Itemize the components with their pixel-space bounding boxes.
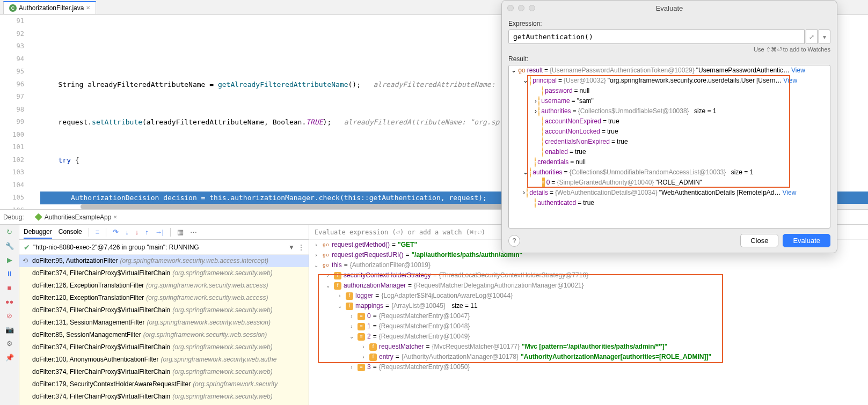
mute-breakpoints-icon[interactable]: ⊘ (5, 311, 14, 320)
step-out-icon[interactable]: ↑ (145, 228, 149, 236)
result-label: Result: (508, 55, 830, 63)
stack-frame[interactable]: doFilter:100, AnonymousAuthenticationFil… (19, 354, 309, 366)
expression-input[interactable] (508, 30, 805, 44)
stack-frame[interactable]: doFilter:126, ExceptionTranslationFilter… (19, 279, 309, 292)
settings-icon[interactable]: 🔧 (5, 241, 14, 251)
stack-frame[interactable]: doFilter:85, SessionManagementFilter (or… (19, 329, 309, 341)
stack-frame[interactable]: doFilter:63, RequestCacheAwareFilter (or… (19, 403, 309, 405)
evaluate-dialog: Evaluate Expression: ⤢ ▾ Use ⇧⌘⏎ to add … (501, 0, 837, 253)
debug-run-tab[interactable]: AuthoritiesExampleApp ✕ (31, 212, 122, 222)
tab-debugger[interactable]: Debugger (24, 226, 52, 239)
close-icon[interactable]: ✕ (113, 215, 118, 220)
stack-frame[interactable]: ⟲doFilter:95, AuthorizationFilter (org.s… (19, 255, 309, 267)
view-breakpoints-icon[interactable]: ●● (5, 297, 14, 306)
thread-selector[interactable]: ✔ "http-nio-8080-exec-2"@7,426 in group … (19, 240, 309, 255)
camera-icon[interactable]: 📷 (5, 325, 14, 334)
traffic-max-icon[interactable] (529, 5, 535, 11)
more-icon[interactable]: ⋮ (298, 244, 304, 251)
line-gutter: 91 92 93 94 95 96 97 98 99 100 101 102 1… (0, 15, 30, 209)
spring-icon (35, 213, 42, 221)
editor-tab[interactable]: C AuthorizationFilter.java ✕ (3, 1, 96, 14)
close-icon[interactable]: ✕ (86, 5, 90, 11)
evaluate-icon[interactable]: ▦ (177, 228, 184, 236)
stop-icon[interactable]: ■ (5, 283, 14, 292)
pause-icon[interactable]: ⏸ (5, 269, 14, 278)
stack-frame[interactable]: doFilter:374, FilterChainProxy$VirtualFi… (19, 391, 309, 403)
stack-frame[interactable]: doFilter:374, FilterChainProxy$VirtualFi… (19, 366, 309, 378)
stack-frame[interactable]: doFilter:120, ExceptionTranslationFilter… (19, 292, 309, 304)
stack-frame[interactable]: doFilter:374, FilterChainProxy$VirtualFi… (19, 267, 309, 279)
variables-tree[interactable]: ›o͍orequest.getMethod() = "GET" ›o͍orequ… (309, 240, 868, 405)
help-icon[interactable]: ? (508, 235, 520, 247)
stack-frame[interactable]: doFilter:131, SessionManagementFilter (o… (19, 316, 309, 329)
step-into-icon[interactable]: ↓ (125, 228, 129, 236)
gear-icon[interactable]: ⚙ (5, 338, 14, 348)
evaluate-button[interactable]: Evaluate (783, 234, 830, 247)
filter-icon[interactable]: ▼ (288, 244, 295, 251)
threads-icon[interactable]: ≡ (96, 228, 100, 236)
traffic-close-icon[interactable] (507, 5, 514, 11)
expression-label: Expression: (508, 20, 830, 27)
resume-icon[interactable]: ▶ (5, 255, 14, 264)
java-class-icon: C (9, 4, 17, 12)
shortcut-hint: Use ⇧⌘⏎ to add to Watches (508, 46, 830, 53)
rerun-icon[interactable]: ↻ (5, 227, 14, 237)
stack-frame[interactable]: doFilter:374, FilterChainProxy$VirtualFi… (19, 341, 309, 354)
check-icon: ✔ (24, 243, 30, 252)
dialog-title-bar[interactable]: Evaluate (502, 1, 837, 16)
pin-icon[interactable]: 📌 (5, 352, 14, 362)
stack-frame[interactable]: doFilter:179, SecurityContextHolderAware… (19, 378, 309, 391)
step-over-icon[interactable]: ↷ (113, 228, 119, 236)
result-tree[interactable]: ⌄o͍oresult = {UsernamePasswordAuthentica… (508, 65, 830, 229)
frames-list[interactable]: ⟲doFilter:95, AuthorizationFilter (org.s… (19, 255, 309, 405)
stack-frame[interactable]: doFilter:374, FilterChainProxy$VirtualFi… (19, 304, 309, 316)
debug-label: Debug: (3, 213, 27, 221)
trace-icon[interactable]: ⋯ (190, 228, 197, 236)
tab-console[interactable]: Console (59, 226, 82, 239)
run-to-cursor-icon[interactable]: →| (155, 228, 164, 236)
expand-icon[interactable]: ⤢ (806, 30, 818, 44)
debug-rail: ↻ 🔧 ▶ ⏸ ■ ●● ⊘ 📷 ⚙ 📌 (0, 225, 19, 405)
tab-filename: AuthorizationFilter.java (19, 4, 84, 12)
history-dropdown-icon[interactable]: ▾ (819, 30, 830, 44)
close-button[interactable]: Close (740, 234, 778, 247)
force-step-into-icon[interactable]: ↓ (135, 228, 139, 236)
traffic-min-icon[interactable] (518, 5, 524, 11)
